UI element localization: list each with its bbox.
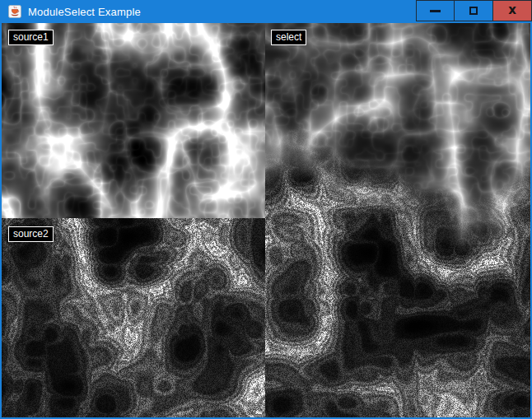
window-title: ModuleSelect Example: [28, 6, 141, 18]
maximize-button[interactable]: [455, 0, 493, 21]
label-select: select: [271, 30, 306, 45]
close-x-icon: x: [508, 4, 516, 16]
java-coffee-cup-icon: [8, 5, 21, 18]
window-controls: x: [416, 0, 532, 21]
label-source2: source2: [8, 226, 54, 242]
noise-render-canvas: [2, 23, 530, 417]
minimize-dash-icon: [430, 10, 441, 12]
close-button[interactable]: x: [493, 0, 532, 21]
minimize-button[interactable]: [416, 0, 455, 21]
maximize-square-icon: [469, 7, 478, 15]
label-source1: source1: [8, 30, 54, 45]
app-window: ModuleSelect Example x source1 select so…: [0, 0, 532, 419]
titlebar[interactable]: ModuleSelect Example x: [0, 0, 532, 23]
client-area: source1 select source2: [2, 23, 530, 417]
